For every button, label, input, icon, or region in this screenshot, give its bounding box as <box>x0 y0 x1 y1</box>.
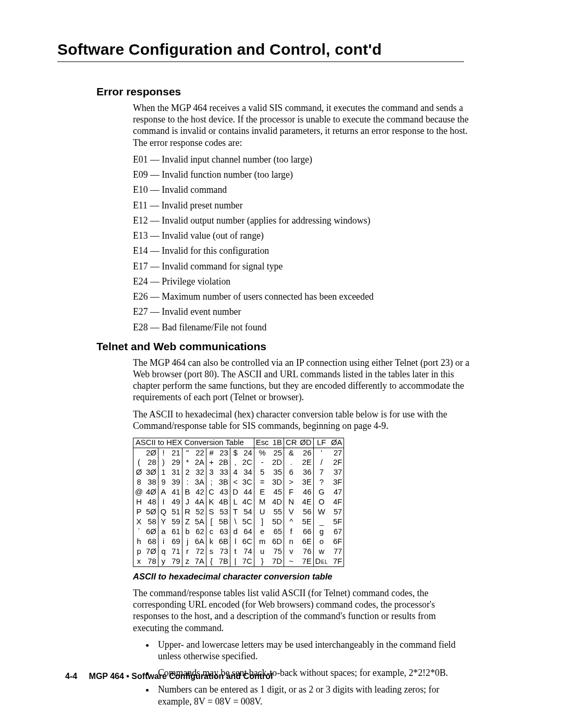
error-code: E26 — Maximum number of users connected … <box>133 291 472 302</box>
ascii-char-cell: % <box>254 448 270 458</box>
ascii-char-cell: $ <box>230 448 240 458</box>
command-note-item: Upper- and lowercase letters may be used… <box>155 639 472 662</box>
ascii-char-cell: + <box>206 458 216 468</box>
ascii-char-cell: W <box>313 508 329 517</box>
ascii-char-cell: , <box>230 458 240 468</box>
ascii-hex-cell: 2E <box>298 458 313 468</box>
ascii-char-cell: h <box>133 537 145 547</box>
error-code: E17 — Invalid command for signal type <box>133 261 472 272</box>
error-code: E14 — Invalid for this configuration <box>133 245 472 256</box>
ascii-hex-cell: 71 <box>168 547 182 557</box>
ascii-char-cell: ` <box>133 527 145 537</box>
ascii-hex-cell: 61 <box>168 527 182 537</box>
ascii-char-cell: @ <box>133 488 145 498</box>
command-note-item: Numbers can be entered as 1 digit, or as… <box>155 684 472 707</box>
ascii-char-cell <box>133 448 145 458</box>
ascii-hex-cell: 5A <box>192 517 206 527</box>
error-code: E11 — Invalid preset number <box>133 200 472 211</box>
ascii-char-cell: | <box>230 557 240 567</box>
ascii-char-cell: e <box>254 527 270 537</box>
table-caption: ASCII to hexadecimal character conversio… <box>133 571 472 582</box>
ascii-hex-cell: 7D <box>270 557 284 567</box>
ascii-char-cell: C <box>206 488 216 498</box>
ascii-hex-cell: 6A <box>192 537 206 547</box>
ascii-char-cell: w <box>313 547 329 557</box>
table-caption-and-notes: ASCII to hexadecimal character conversio… <box>133 571 472 707</box>
ascii-hex-cell: 25 <box>270 448 284 458</box>
ascii-char-cell: V <box>284 508 298 517</box>
telnet-paragraph-1: The MGP 464 can also be controlled via a… <box>133 357 472 403</box>
ascii-char-cell: s <box>206 547 216 557</box>
ascii-hex-cell: 2D <box>270 458 284 468</box>
error-code: E24 — Privilege violation <box>133 276 472 287</box>
ascii-hex-cell: 59 <box>168 517 182 527</box>
ascii-char-cell: q <box>158 547 168 557</box>
ascii-hex-cell: 23 <box>216 448 230 458</box>
error-section-body: When the MGP 464 receives a valid SIS co… <box>133 102 472 333</box>
ascii-hex-cell: 2C <box>240 458 254 468</box>
ascii-hex-cell: 6Ø <box>144 527 158 537</box>
ascii-hex-cell: 46 <box>298 488 313 498</box>
ascii-char-cell: A <box>158 488 168 498</box>
ascii-hex-cell: 3E <box>298 478 313 488</box>
ascii-char-cell: Y <box>158 517 168 527</box>
ascii-char-cell: * <box>182 458 192 468</box>
ascii-hex-cell: 63 <box>216 527 230 537</box>
ascii-hex-cell: 22 <box>192 448 206 458</box>
ascii-char-cell: j <box>182 537 192 547</box>
ascii-hex-cell: 57 <box>329 508 344 517</box>
ascii-table-header-label: LF <box>313 438 329 448</box>
ascii-hex-cell: 6E <box>298 537 313 547</box>
ascii-hex-cell: 47 <box>329 488 344 498</box>
ascii-char-cell: 1 <box>158 468 168 478</box>
ascii-char-cell: ) <box>158 458 168 468</box>
ascii-char-cell: x <box>133 557 145 567</box>
ascii-hex-cell: 5Ø <box>144 508 158 517</box>
ascii-char-cell: E <box>254 488 270 498</box>
ascii-char-cell: B <box>182 488 192 498</box>
ascii-hex-cell: 29 <box>168 458 182 468</box>
title-rule <box>57 61 464 62</box>
telnet-paragraph-2: The ASCII to hexadecimal (hex) character… <box>133 409 472 431</box>
ascii-hex-cell: 67 <box>329 527 344 537</box>
ascii-hex-cell: 35 <box>270 468 284 478</box>
ascii-table-header-hex: ØD <box>298 438 313 448</box>
page-number: 4-4 <box>65 672 77 681</box>
ascii-hex-cell: 68 <box>144 537 158 547</box>
ascii-char-cell: 8 <box>133 478 145 488</box>
ascii-char-cell: d <box>230 527 240 537</box>
ascii-hex-cell: 52 <box>192 508 206 517</box>
ascii-hex-cell: 24 <box>240 448 254 458</box>
ascii-char-cell: - <box>254 458 270 468</box>
ascii-table-header-label: CR <box>284 438 298 448</box>
ascii-hex-cell: 27 <box>329 448 344 458</box>
ascii-char-cell: u <box>254 547 270 557</box>
ascii-hex-cell: 78 <box>144 557 158 567</box>
ascii-hex-cell: 5E <box>298 517 313 527</box>
ascii-char-cell: O <box>313 498 329 508</box>
ascii-hex-cell: 21 <box>168 448 182 458</box>
ascii-hex-cell: 34 <box>240 468 254 478</box>
ascii-char-cell: [ <box>206 517 216 527</box>
ascii-char-cell: ? <box>313 478 329 488</box>
ascii-hex-cell: 36 <box>298 468 313 478</box>
ascii-hex-cell: 28 <box>144 458 158 468</box>
ascii-hex-cell: 26 <box>298 448 313 458</box>
ascii-char-cell: 4 <box>230 468 240 478</box>
ascii-hex-cell: 4D <box>270 498 284 508</box>
ascii-char-cell: K <box>206 498 216 508</box>
ascii-hex-cell: 6F <box>329 537 344 547</box>
ascii-char-cell: I <box>158 498 168 508</box>
ascii-char-cell: r <box>182 547 192 557</box>
ascii-hex-cell: 2Ø <box>144 448 158 458</box>
error-code: E12 — Invalid output number (applies for… <box>133 215 472 226</box>
ascii-char-cell: _ <box>313 517 329 527</box>
ascii-char-cell: i <box>158 537 168 547</box>
ascii-hex-cell: 69 <box>168 537 182 547</box>
ascii-char-cell: o <box>313 537 329 547</box>
ascii-char-cell: ~ <box>284 557 298 567</box>
ascii-hex-cell: 4C <box>240 498 254 508</box>
error-code: E13 — Invalid value (out of range) <box>133 230 472 241</box>
ascii-char-cell: k <box>206 537 216 547</box>
ascii-char-cell: 5 <box>254 468 270 478</box>
